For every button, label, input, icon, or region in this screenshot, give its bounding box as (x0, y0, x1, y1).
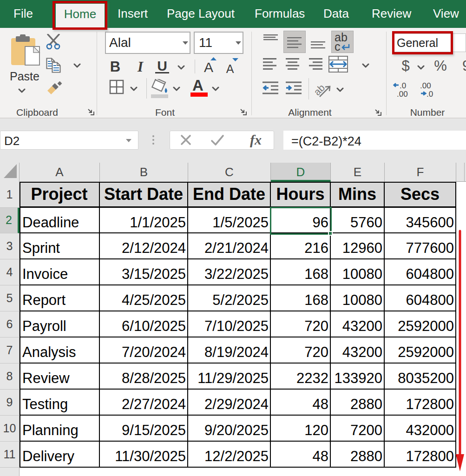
svg-text:.00: .00 (397, 90, 408, 98)
svg-text:.0: .0 (400, 82, 406, 90)
svg-text:ab: ab (314, 82, 327, 98)
svg-text:.00: .00 (420, 82, 431, 90)
svg-text:.0: .0 (427, 90, 433, 98)
